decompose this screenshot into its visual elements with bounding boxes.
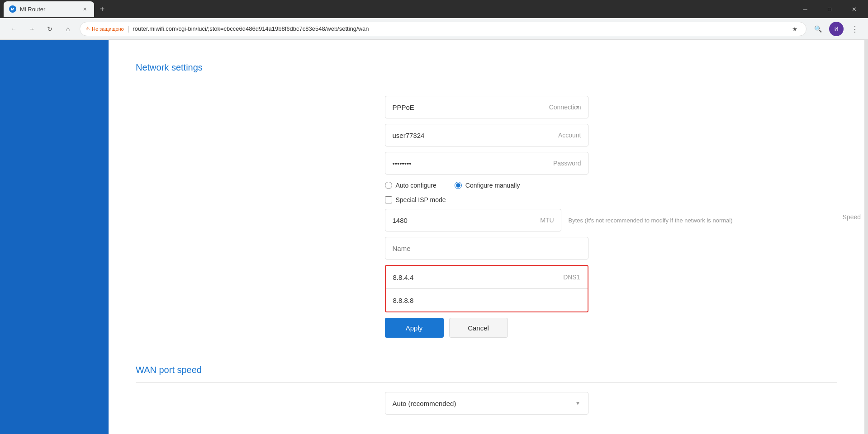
dns1-input[interactable] xyxy=(386,266,588,288)
radio-auto-input[interactable] xyxy=(385,182,392,189)
radio-manual-label[interactable]: Configure manually xyxy=(455,182,520,189)
warning-icon: ⚠ xyxy=(85,26,90,32)
url-divider: | xyxy=(128,25,129,33)
wan-section-divider xyxy=(136,382,837,383)
connection-type-dropdown[interactable]: PPPoE ▼ Connection xyxy=(385,96,588,118)
radio-manual-input[interactable] xyxy=(455,182,462,189)
search-button[interactable]: 🔍 xyxy=(812,23,824,35)
dropdown-arrow-icon: ▼ xyxy=(575,104,581,110)
connection-type-row: PPPoE ▼ Connection xyxy=(385,96,588,118)
tab-favicon: M xyxy=(9,5,16,13)
address-bar: ← → ↻ ⌂ ⚠ Не защищено | router.miwifi.co… xyxy=(0,18,868,40)
network-settings-section: PPPoE ▼ Connection Account Password xyxy=(109,96,864,356)
close-button[interactable]: ✕ xyxy=(844,2,864,16)
titlebar: M Mi Router ✕ + ─ □ ✕ xyxy=(0,0,868,18)
dns1-row: DNS1 xyxy=(386,266,588,288)
network-settings-form: PPPoE ▼ Connection Account Password xyxy=(385,96,588,338)
apply-button[interactable]: Apply xyxy=(385,318,444,338)
minimize-button[interactable]: ─ xyxy=(795,2,816,16)
radio-auto-label[interactable]: Auto configure xyxy=(385,182,436,189)
account-input[interactable] xyxy=(385,124,588,146)
mtu-field-row: MTU xyxy=(385,209,561,231)
section-divider-top xyxy=(109,82,864,82)
mtu-note: Bytes (It's not recommended to modify if… xyxy=(569,217,733,224)
security-warning: ⚠ Не защищено xyxy=(85,26,124,32)
tab-close-button[interactable]: ✕ xyxy=(81,5,89,13)
dns2-row xyxy=(386,288,588,311)
dns-box: DNS1 xyxy=(385,265,588,312)
mtu-input[interactable] xyxy=(385,209,561,231)
password-input[interactable] xyxy=(385,152,588,175)
sidebar xyxy=(0,40,109,434)
wan-speed-arrow-icon: ▼ xyxy=(575,400,581,406)
wan-speed-dropdown[interactable]: Auto (recommended) ▼ Speed xyxy=(385,392,588,415)
radio-auto-text: Auto configure xyxy=(396,182,436,189)
radio-manual-text: Configure manually xyxy=(465,182,520,189)
url-text: router.miwifi.com/cgi-bin/luci/;stok=cbc… xyxy=(133,25,785,32)
special-isp-row: Special ISP mode xyxy=(385,196,588,203)
home-button[interactable]: ⌂ xyxy=(62,23,74,35)
menu-button[interactable]: ⋮ xyxy=(849,22,861,36)
content-area: Network settings PPPoE ▼ Connection Acco… xyxy=(109,40,864,434)
dns2-input[interactable] xyxy=(386,289,588,311)
page-container: Network settings PPPoE ▼ Connection Acco… xyxy=(0,40,868,434)
special-isp-checkbox[interactable] xyxy=(385,196,392,203)
network-settings-title: Network settings xyxy=(109,53,864,82)
configure-radio-group: Auto configure Configure manually xyxy=(385,180,588,191)
wan-port-speed-title: WAN port speed xyxy=(136,365,837,375)
tab-bar: M Mi Router ✕ + xyxy=(4,1,793,17)
forward-button[interactable]: → xyxy=(25,23,38,35)
connection-type-value: PPPoE xyxy=(393,104,414,111)
mtu-row: MTU Bytes (It's not recommended to modif… xyxy=(385,209,588,231)
password-row: Password xyxy=(385,152,588,175)
wan-speed-value: Auto (recommended) xyxy=(393,400,456,407)
profile-button[interactable]: И xyxy=(829,22,844,36)
name-row xyxy=(385,237,588,259)
mtu-field-wrap: MTU xyxy=(385,209,561,231)
wan-port-speed-section: WAN port speed Auto (recommended) ▼ Spee… xyxy=(109,356,864,415)
window-controls: ─ □ ✕ xyxy=(795,2,864,16)
reload-button[interactable]: ↻ xyxy=(43,23,56,35)
action-buttons: Apply Cancel xyxy=(385,318,588,338)
maximize-button[interactable]: □ xyxy=(819,2,840,16)
new-tab-button[interactable]: + xyxy=(96,3,109,15)
active-tab[interactable]: M Mi Router ✕ xyxy=(4,1,94,17)
url-icons: ★ xyxy=(789,23,801,35)
cancel-button[interactable]: Cancel xyxy=(449,318,508,338)
wan-speed-dropdown-wrap: Auto (recommended) ▼ Speed xyxy=(385,392,588,415)
account-row: Account xyxy=(385,124,588,146)
special-isp-label: Special ISP mode xyxy=(396,196,446,203)
tab-title: Mi Router xyxy=(20,6,45,13)
bookmark-button[interactable]: ★ xyxy=(789,23,801,35)
name-input[interactable] xyxy=(385,237,588,259)
url-bar[interactable]: ⚠ Не защищено | router.miwifi.com/cgi-bi… xyxy=(80,22,806,36)
back-button[interactable]: ← xyxy=(7,23,20,35)
scrollbar[interactable] xyxy=(864,40,868,434)
